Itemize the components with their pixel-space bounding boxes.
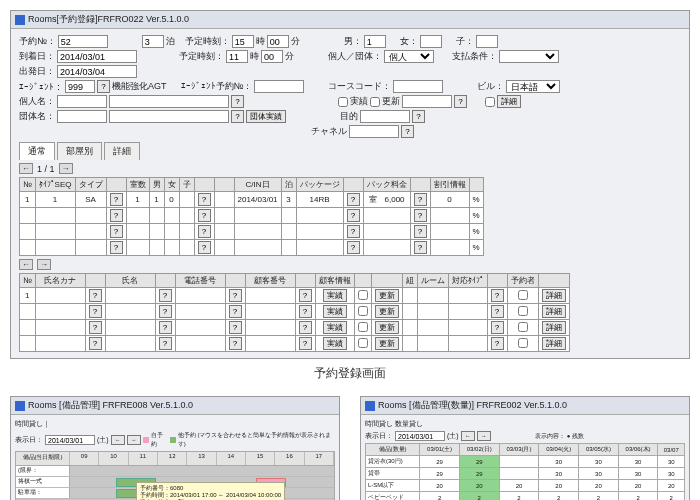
table-row[interactable]: ????実績更新?詳細 [20, 304, 570, 320]
gantt-chart: 備品(当日期限) 091011121314151617 (限界： 将棋一式 駐車… [15, 451, 335, 500]
jisseki-lookup-button[interactable]: ? [454, 95, 467, 108]
pager2-prev-button[interactable]: ← [19, 259, 33, 270]
child-lookup-button[interactable]: ? [198, 193, 211, 206]
channel-input[interactable] [349, 125, 399, 138]
date-input[interactable] [45, 435, 95, 445]
date-prev-button[interactable]: ← [461, 431, 475, 441]
jisseki-check[interactable] [338, 97, 348, 107]
shousai-check[interactable] [485, 97, 495, 107]
course-input[interactable] [393, 80, 443, 93]
table-row[interactable]: 1 1 SA ? 1 1 0 ? 2014/03/01 3 14RB ? 室 6… [20, 192, 484, 208]
app-icon [365, 401, 375, 411]
titlebar: Rooms[予約登録]FRFRO022 Ver.5.1.0.0 [11, 11, 689, 29]
channel-lookup-button[interactable]: ? [401, 125, 414, 138]
label-kojinmei: 個人名： [19, 95, 55, 108]
label-shuppatsu: 出発日： [19, 65, 55, 78]
app-icon [15, 401, 25, 411]
jisseki-cell-button[interactable]: 実績 [323, 289, 347, 302]
equip-qty-window: Rooms [備品管理(数量)] FRFRE002 Ver.5.1.0.0 時間… [360, 396, 690, 500]
label-onna: 女： [400, 35, 418, 48]
window-title: Rooms[予約登録]FRFRO022 Ver.5.1.0.0 [28, 13, 189, 26]
label-ko: 子： [456, 35, 474, 48]
table-row[interactable]: ????% [20, 224, 484, 240]
pager2-next-button[interactable]: → [37, 259, 51, 270]
kojinmei-input[interactable] [109, 95, 229, 108]
table-row[interactable]: 1 ? ? ? ? 実績 更新 ? 詳細 [20, 288, 570, 304]
table-row[interactable]: ベビーベッド2222222 [366, 492, 685, 501]
agent-code-input[interactable] [65, 80, 95, 93]
pager-text: 1 / 1 [37, 164, 55, 174]
dantaimei-kana-input[interactable] [57, 110, 107, 123]
arrival-date-input[interactable] [57, 50, 137, 63]
table-row[interactable]: ????% [20, 208, 484, 224]
arr-min-input[interactable] [267, 35, 289, 48]
table-row[interactable]: 貸浴衣(30円)292930303030 [366, 456, 685, 468]
app-icon [15, 15, 25, 25]
label-touchaku: 到着日： [19, 50, 55, 63]
gantt-tooltip: 予約番号：6080 予約時間：2014/03/01 17:00 ～ 2014/0… [136, 482, 285, 500]
mokuteki-input[interactable] [360, 110, 410, 123]
reservation-window: Rooms[予約登録]FRFRO022 Ver.5.1.0.0 予約№： 泊 予… [10, 10, 690, 359]
label-agent-yoyaku: ｴｰｼﾞｪﾝﾄ予約№： [181, 80, 253, 93]
table-row[interactable]: 貸帯292930303030 [366, 468, 685, 480]
table-row[interactable]: L-SM以下20202020202020 [366, 480, 685, 492]
window-title: Rooms [備品管理] FRFRE008 Ver.5.1.0.0 [28, 399, 193, 412]
dantaimei-lookup-button[interactable]: ? [231, 110, 244, 123]
kojindantai-select[interactable]: 個人 [384, 50, 434, 63]
date-prev-button[interactable]: ← [111, 435, 125, 445]
agent-yoyaku-input[interactable] [254, 80, 304, 93]
koushin-cell-button[interactable]: 更新 [375, 289, 399, 302]
table-row[interactable]: ????% [20, 240, 484, 256]
label-date: 表示日： [15, 435, 43, 445]
dep-hour-input[interactable] [226, 50, 248, 63]
label-zan: ● 残数 [567, 432, 584, 441]
label-mokuteki: 目的 [340, 110, 358, 123]
tab-byroom[interactable]: 部屋別 [57, 142, 102, 160]
main-caption: 予約登録画面 [10, 365, 690, 382]
label-kojindantai: 個人／団体： [328, 50, 382, 63]
female-input[interactable] [420, 35, 442, 48]
koushin-check[interactable] [370, 97, 380, 107]
table-row[interactable]: ????実績更新?詳細 [20, 336, 570, 352]
tab-normal[interactable]: 通常 [19, 142, 55, 160]
tab-detail[interactable]: 詳細 [104, 142, 140, 160]
dantaimei-input[interactable] [109, 110, 229, 123]
shousai-button[interactable]: 詳細 [497, 95, 521, 108]
label-agent: ｴｰｼﾞｪﾝﾄ： [19, 82, 63, 92]
jisseki-input[interactable] [402, 95, 452, 108]
titlebar: Rooms [備品管理] FRFRE008 Ver.5.1.0.0 [11, 397, 339, 415]
pager-next-button[interactable]: → [59, 163, 73, 174]
dep-min-input[interactable] [261, 50, 283, 63]
shiharai-select[interactable] [499, 50, 559, 63]
bill-select[interactable]: 日本語 [506, 80, 560, 93]
shousai-cell-button[interactable]: 詳細 [542, 289, 566, 302]
label-bill: ビル： [477, 80, 504, 93]
pager2: ← → [19, 259, 681, 270]
label-shiharai: 支払条件： [452, 50, 497, 63]
label-koushin: 更新 [382, 95, 400, 108]
label-otoko: 男： [344, 35, 362, 48]
date-next-button[interactable]: → [477, 431, 491, 441]
mokuteki-lookup-button[interactable]: ? [412, 110, 425, 123]
pkg-lookup-button[interactable]: ? [347, 193, 360, 206]
kojinmei-lookup-button[interactable]: ? [231, 95, 244, 108]
arr-hour-input[interactable] [232, 35, 254, 48]
departure-date-input[interactable] [57, 65, 137, 78]
rate-lookup-button[interactable]: ? [414, 193, 427, 206]
tab-row: 通常 部屋別 詳細 [19, 142, 681, 160]
label-jisseki: 実績 [350, 95, 368, 108]
date-input[interactable] [395, 431, 445, 441]
male-input[interactable] [364, 35, 386, 48]
date-next-button[interactable]: → [127, 435, 141, 445]
kojinmei-kana-input[interactable] [57, 95, 107, 108]
room-grid: № ﾀｲﾌﾟSEQ タイプ 室数 男 女 子 C/IN日 泊 パッケージ パック… [19, 177, 484, 256]
child-input[interactable] [476, 35, 498, 48]
table-row[interactable]: ????実績更新?詳細 [20, 320, 570, 336]
nights-input[interactable] [142, 35, 164, 48]
type-lookup-button[interactable]: ? [110, 193, 123, 206]
agent-lookup-button[interactable]: ? [97, 80, 110, 93]
dantai-jisseki-button[interactable]: 団体実績 [246, 110, 286, 123]
yoyaku-no-input[interactable] [58, 35, 108, 48]
pager-prev-button[interactable]: ← [19, 163, 33, 174]
pager: ← 1 / 1 → [19, 163, 681, 174]
